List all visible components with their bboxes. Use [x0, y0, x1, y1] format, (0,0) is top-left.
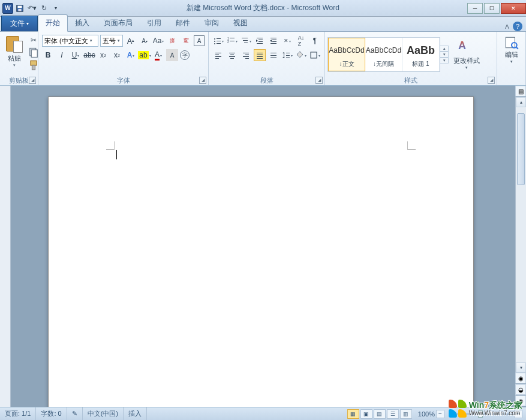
sort-icon[interactable]: A↓Z [295, 35, 307, 47]
status-page[interactable]: 页面: 1/1 [0, 407, 36, 420]
svg-rect-44 [270, 53, 276, 53]
svg-rect-2 [18, 8, 21, 11]
gallery-down-icon[interactable]: ▾ [440, 52, 449, 58]
text-effects-icon[interactable]: A [125, 49, 137, 61]
change-styles-button[interactable]: A 更改样式 ▾ [449, 38, 485, 71]
format-painter-icon[interactable] [28, 60, 40, 71]
help-icon[interactable]: ? [513, 22, 522, 31]
browse-object-icon[interactable]: ◒ [515, 384, 526, 395]
font-name-combo[interactable]: 宋体 (中文正文 [42, 35, 98, 47]
tab-insert[interactable]: 插入 [68, 15, 97, 31]
asian-layout-icon[interactable]: ✕ [281, 35, 293, 47]
zoom-thumb[interactable] [478, 410, 483, 418]
file-tab[interactable]: 文件 [1, 16, 38, 31]
copy-icon[interactable] [28, 47, 40, 58]
style-no-spacing[interactable]: AaBbCcDd ↓无间隔 [365, 38, 402, 71]
ruler-toggle-icon[interactable]: ▤ [515, 86, 526, 96]
zoom-in-button[interactable]: + [514, 410, 522, 418]
view-full-screen-icon[interactable]: ▣ [360, 409, 372, 419]
clipboard-dialog-launcher[interactable]: ◢ [29, 77, 36, 84]
align-center-icon[interactable] [226, 49, 238, 61]
paragraph-dialog-launcher[interactable]: ◢ [315, 77, 323, 84]
italic-button[interactable]: I [56, 49, 68, 61]
zoom-out-button[interactable]: − [436, 410, 444, 418]
view-print-layout-icon[interactable]: ▦ [347, 409, 359, 419]
scroll-up-icon[interactable]: ▴ [516, 97, 526, 107]
subscript-button[interactable]: x2 [97, 49, 109, 61]
bullets-icon[interactable] [212, 35, 224, 47]
scroll-down-icon[interactable]: ▾ [516, 362, 526, 373]
page[interactable] [48, 96, 474, 407]
distribute-icon[interactable] [267, 49, 279, 61]
gallery-more-icon[interactable]: ▾ [440, 58, 449, 64]
font-color-icon[interactable]: A [152, 49, 164, 61]
maximize-button[interactable]: ☐ [484, 3, 500, 14]
numbering-icon[interactable]: 12 [226, 35, 238, 47]
vertical-scrollbar[interactable]: ▴ ▾ [515, 97, 526, 373]
svg-rect-38 [243, 56, 249, 57]
cut-icon[interactable]: ✂ [28, 35, 40, 46]
vertical-ruler[interactable] [0, 86, 11, 407]
view-draft-icon[interactable]: ▥ [400, 409, 412, 419]
next-page-icon[interactable]: ◉ [515, 395, 526, 406]
tab-home[interactable]: 开始 [38, 14, 68, 32]
font-dialog-launcher[interactable]: ◢ [199, 77, 206, 84]
status-insert-mode[interactable]: 插入 [124, 407, 147, 420]
phonetic-guide-icon[interactable]: 拼 [166, 35, 178, 47]
clear-format-icon[interactable]: 変 [180, 35, 192, 47]
line-spacing-icon[interactable] [281, 49, 293, 61]
qat-more-icon[interactable]: ▾ [50, 3, 61, 14]
status-word-count[interactable]: 字数: 0 [36, 407, 67, 420]
superscript-button[interactable]: x2 [111, 49, 123, 61]
scroll-track[interactable] [516, 107, 526, 362]
multilevel-list-icon[interactable] [240, 35, 252, 47]
ribbon-collapse-icon[interactable]: ᐱ [505, 23, 509, 30]
grow-font-icon[interactable]: A▴ [125, 35, 137, 47]
increase-indent-icon[interactable] [267, 35, 279, 47]
paste-button[interactable]: 粘贴 ▾ [2, 34, 26, 69]
tab-mailings[interactable]: 邮件 [169, 15, 197, 31]
decrease-indent-icon[interactable] [254, 35, 266, 47]
borders-icon[interactable] [309, 49, 321, 61]
tab-page-layout[interactable]: 页面布局 [97, 15, 140, 31]
prev-page-icon[interactable]: ◉ [515, 373, 526, 383]
view-outline-icon[interactable]: ☰ [387, 409, 399, 419]
gallery-up-icon[interactable]: ▴ [440, 46, 449, 52]
enclose-char-icon[interactable]: 字 [180, 50, 190, 60]
tab-review[interactable]: 审阅 [197, 15, 226, 31]
show-marks-icon[interactable]: ¶ [309, 35, 321, 47]
minimize-button[interactable]: ─ [467, 3, 483, 14]
underline-button[interactable]: U [70, 49, 82, 61]
char-shading-icon[interactable]: A [166, 49, 178, 61]
document-viewport[interactable] [11, 86, 515, 407]
save-icon[interactable] [14, 3, 25, 14]
char-border-icon[interactable]: A [194, 35, 205, 46]
zoom-slider[interactable] [449, 413, 509, 415]
justify-icon[interactable] [254, 49, 266, 61]
style-heading1[interactable]: AaBb 标题 1 [402, 38, 440, 71]
tab-view[interactable]: 视图 [226, 15, 255, 31]
status-language[interactable]: 中文(中国) [83, 407, 124, 420]
shading-icon[interactable] [295, 49, 307, 61]
zoom-percent[interactable]: 100% [418, 410, 435, 418]
editing-button[interactable]: 编辑 ▾ [500, 34, 523, 65]
change-case-icon[interactable]: Aa [152, 35, 164, 47]
view-web-icon[interactable]: ▤ [374, 409, 386, 419]
redo-icon[interactable]: ↻ [38, 3, 49, 14]
style-normal[interactable]: AaBbCcDd ↓正文 [328, 38, 365, 71]
strikethrough-button[interactable]: abc [83, 49, 95, 61]
highlight-icon[interactable]: ab [139, 49, 151, 61]
close-button[interactable]: ✕ [501, 3, 526, 14]
align-right-icon[interactable] [240, 49, 252, 61]
tab-references[interactable]: 引用 [140, 15, 169, 31]
shrink-font-icon[interactable]: A▾ [139, 35, 151, 47]
bold-button[interactable]: B [42, 49, 54, 61]
svg-rect-24 [270, 38, 276, 38]
scroll-thumb[interactable] [517, 113, 525, 185]
status-proofing-icon[interactable]: ✎ [67, 407, 83, 420]
undo-icon[interactable]: ↶▾ [26, 3, 37, 14]
align-left-icon[interactable] [212, 49, 224, 61]
styles-dialog-launcher[interactable]: ◢ [488, 77, 495, 84]
font-size-combo[interactable]: 五号 [100, 35, 123, 47]
window-title: 新建 Microsoft Word 文档.docx - Microsoft Wo… [0, 3, 526, 13]
